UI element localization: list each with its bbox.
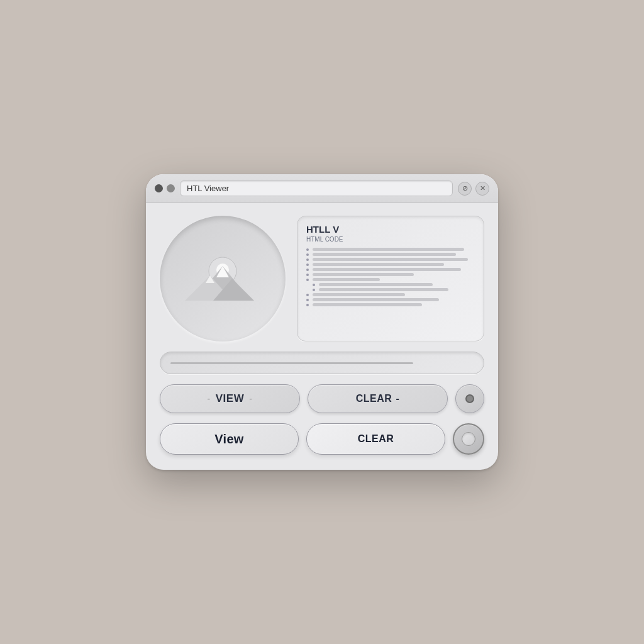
button-row-1: - VIEW - CLEAR - <box>160 384 484 413</box>
title-input[interactable] <box>180 180 453 196</box>
image-placeholder <box>160 216 286 341</box>
clear-button-2[interactable]: CLEAR <box>306 423 445 455</box>
button-row-2: View CLEAR <box>160 423 484 455</box>
input-bar[interactable] <box>160 352 484 374</box>
app-window: ⊘ ✕ <box>146 174 498 470</box>
code-panel: HTLL V HTML CODE <box>297 216 484 341</box>
view-button-2[interactable]: View <box>160 423 299 455</box>
round-btn-inner-2 <box>462 432 475 446</box>
title-bar-icons: ⊘ ✕ <box>458 182 489 196</box>
view-dash-right: - <box>249 394 252 404</box>
close-dot[interactable] <box>155 184 163 192</box>
input-bar-line <box>170 362 413 364</box>
view-button-1[interactable]: - VIEW - <box>160 384 300 413</box>
round-button-1[interactable] <box>455 384 484 413</box>
stop-icon[interactable]: ⊘ <box>458 182 472 196</box>
mountain-icon <box>182 247 264 310</box>
clear-dash: - <box>396 393 399 404</box>
code-lines <box>306 248 475 306</box>
clear-label-2: CLEAR <box>358 433 394 445</box>
code-panel-title: HTLL V <box>306 224 475 235</box>
clear-label-1: CLEAR <box>356 393 392 404</box>
main-content: HTLL V HTML CODE <box>146 203 498 470</box>
clear-button-1[interactable]: CLEAR - <box>308 384 448 413</box>
code-panel-subtitle: HTML CODE <box>306 236 475 243</box>
minimize-dot[interactable] <box>167 184 175 192</box>
view-dash-left: - <box>208 394 211 404</box>
round-btn-inner-1 <box>465 394 474 403</box>
top-row: HTLL V HTML CODE <box>160 216 484 341</box>
traffic-lights <box>155 184 175 192</box>
round-button-2[interactable] <box>453 423 484 455</box>
close-icon[interactable]: ✕ <box>475 182 489 196</box>
title-bar: ⊘ ✕ <box>146 174 498 203</box>
view-label-2: View <box>214 432 243 447</box>
view-label-1: VIEW <box>216 392 244 405</box>
